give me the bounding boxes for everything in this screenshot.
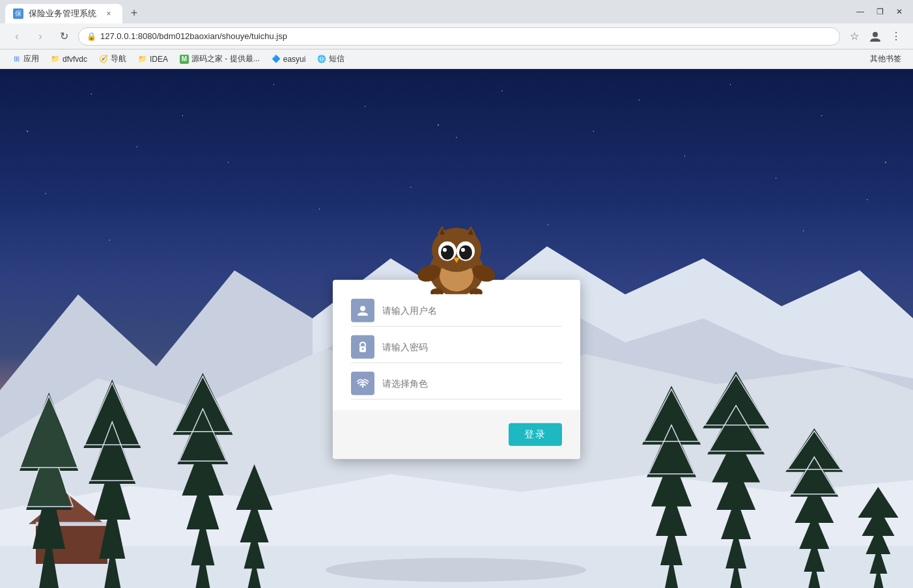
password-field xyxy=(351,331,562,363)
svg-marker-19 xyxy=(21,396,77,468)
bm-idea-label: IDEA xyxy=(150,55,168,64)
refresh-btn[interactable]: ↻ xyxy=(55,27,73,46)
login-footer: 登录 xyxy=(333,410,580,458)
idea-icon: 📁 xyxy=(138,55,147,64)
bm-other-bookmarks[interactable]: 其他书签 xyxy=(865,52,906,66)
svg-point-96 xyxy=(360,306,365,311)
dfvfvdc-icon: 📁 xyxy=(51,55,60,64)
duanxin-icon: 🌐 xyxy=(317,55,326,64)
svg-marker-62 xyxy=(786,428,843,472)
svg-marker-45 xyxy=(642,386,701,445)
address-actions: ☆ ⋮ xyxy=(845,27,905,46)
lock-icon: 🔒 xyxy=(87,32,96,41)
bm-muyuanzhi[interactable]: M 源码之家 - 提供最... xyxy=(175,52,265,66)
svg-point-0 xyxy=(873,32,878,37)
bm-easyui[interactable]: 🔷 easyui xyxy=(266,53,311,65)
title-bar: 保 保险业务管理系统 × + — ❒ ✕ xyxy=(0,0,913,23)
page-content: 登录 xyxy=(0,69,913,588)
maximize-btn[interactable]: ❒ xyxy=(871,3,888,20)
role-field xyxy=(351,368,562,399)
profile-btn[interactable] xyxy=(866,27,884,46)
nav-icon: 🧭 xyxy=(99,55,108,64)
tab-favicon: 保 xyxy=(13,8,23,19)
right-trees-svg xyxy=(639,251,913,588)
svg-marker-25 xyxy=(83,380,141,448)
bm-duanxin-label: 短信 xyxy=(329,53,344,64)
bm-apps[interactable]: ⊞ 应用 xyxy=(7,52,44,66)
svg-marker-33 xyxy=(173,373,232,435)
bm-duanxin[interactable]: 🌐 短信 xyxy=(312,52,350,66)
address-bar: ‹ › ↻ 🔒 127.0.0.1:8080/bdm012baoxian/sho… xyxy=(0,23,913,49)
svg-point-98 xyxy=(362,348,364,350)
bm-nav-label: 导航 xyxy=(111,53,126,64)
bm-idea[interactable]: 📁 IDEA xyxy=(133,53,173,65)
login-card: 登录 xyxy=(333,279,580,458)
tab-bar: 保 保险业务管理系统 × + xyxy=(5,0,849,23)
svg-marker-69 xyxy=(858,487,899,518)
forward-btn[interactable]: › xyxy=(31,27,49,46)
svg-marker-54 xyxy=(703,372,770,428)
login-form xyxy=(333,279,580,399)
login-container: 登录 xyxy=(333,222,580,458)
bm-other-label: 其他书签 xyxy=(870,53,901,64)
username-field xyxy=(351,295,562,326)
svg-point-80 xyxy=(459,245,472,259)
svg-point-79 xyxy=(441,245,454,259)
login-button[interactable]: 登录 xyxy=(509,423,562,445)
back-btn[interactable]: ‹ xyxy=(8,27,26,46)
bookmark-star-btn[interactable]: ☆ xyxy=(845,27,864,46)
password-icon xyxy=(351,335,374,359)
bm-dfvfvdc[interactable]: 📁 dfvfvdc xyxy=(46,53,92,65)
url-text: 127.0.0.1:8080/bdm012baoxian/shouye/tuic… xyxy=(100,31,832,41)
window-controls: — ❒ ✕ xyxy=(852,3,908,20)
left-trees-svg xyxy=(0,277,274,588)
easyui-icon: 🔷 xyxy=(272,55,281,64)
username-icon xyxy=(351,299,374,322)
bm-muyuanzhi-label: 源码之家 - 提供最... xyxy=(191,53,260,64)
minimize-btn[interactable]: — xyxy=(852,3,869,20)
svg-point-6 xyxy=(326,558,586,582)
muyuanzhi-icon: M xyxy=(180,55,189,64)
svg-point-84 xyxy=(462,249,464,251)
password-input[interactable] xyxy=(382,342,562,352)
svg-marker-39 xyxy=(236,464,273,510)
role-input[interactable] xyxy=(382,378,562,389)
username-input[interactable] xyxy=(382,305,562,316)
url-box[interactable]: 🔒 127.0.0.1:8080/bdm012baoxian/shouye/tu… xyxy=(78,27,840,46)
bm-easyui-label: easyui xyxy=(283,55,306,64)
tab-close-btn[interactable]: × xyxy=(103,8,115,20)
tab-title: 保险业务管理系统 xyxy=(29,8,98,20)
owl-mascot xyxy=(411,222,502,287)
chrome-browser: 保 保险业务管理系统 × + — ❒ ✕ ‹ › ↻ 🔒 127.0.0.1:8… xyxy=(0,0,913,588)
apps-icon: ⊞ xyxy=(12,55,21,64)
menu-btn[interactable]: ⋮ xyxy=(887,27,905,46)
bm-dfvfvdc-label: dfvfvdc xyxy=(63,55,87,64)
new-tab-btn[interactable]: + xyxy=(125,4,143,22)
bm-nav[interactable]: 🧭 导航 xyxy=(94,52,132,66)
close-btn[interactable]: ✕ xyxy=(891,3,908,20)
bookmarks-bar: ⊞ 应用 📁 dfvfvdc 🧭 导航 📁 IDEA M 源码之家 - 提供最.… xyxy=(0,49,913,69)
bm-apps-label: 应用 xyxy=(23,53,39,64)
svg-point-82 xyxy=(444,249,446,251)
active-tab[interactable]: 保 保险业务管理系统 × xyxy=(5,4,122,23)
role-icon xyxy=(351,372,374,395)
